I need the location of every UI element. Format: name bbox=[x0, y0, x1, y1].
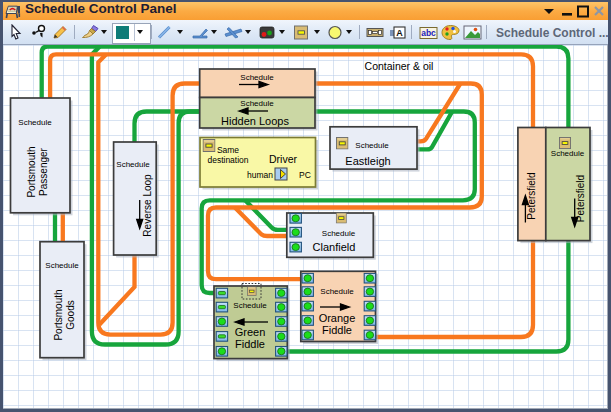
svg-text:Passenger: Passenger bbox=[38, 147, 49, 195]
svg-text:Schedule: Schedule bbox=[116, 160, 150, 169]
svg-text:Orange: Orange bbox=[319, 312, 356, 324]
svg-text:Schedule: Schedule bbox=[322, 229, 356, 238]
svg-text:Eastleigh: Eastleigh bbox=[345, 155, 390, 167]
svg-text:Schedule: Schedule bbox=[320, 287, 354, 296]
svg-text:Fiddle: Fiddle bbox=[235, 338, 265, 350]
svg-text:Portsmouth: Portsmouth bbox=[53, 289, 64, 340]
svg-text:Petersfield: Petersfield bbox=[526, 172, 537, 219]
svg-text:Petersfield: Petersfield bbox=[575, 175, 586, 222]
svg-text:Portsmouth: Portsmouth bbox=[26, 146, 37, 197]
svg-text:Schedule: Schedule bbox=[18, 118, 52, 127]
svg-text:Reverse Loop: Reverse Loop bbox=[142, 174, 153, 237]
svg-text:Schedule: Schedule bbox=[240, 73, 274, 82]
svg-text:Schedule: Schedule bbox=[355, 141, 389, 150]
svg-text:Hidden Loops: Hidden Loops bbox=[221, 115, 289, 127]
svg-text:Clanfield: Clanfield bbox=[313, 241, 356, 253]
svg-text:PC: PC bbox=[299, 170, 311, 180]
svg-text:Container & oil: Container & oil bbox=[365, 60, 434, 72]
svg-text:human: human bbox=[247, 170, 273, 180]
svg-text:Same: Same bbox=[217, 145, 239, 155]
svg-text:Green: Green bbox=[235, 326, 266, 338]
svg-text:Fiddle: Fiddle bbox=[322, 324, 352, 336]
svg-text:destination: destination bbox=[207, 155, 248, 165]
svg-text:Schedule: Schedule bbox=[45, 261, 79, 270]
svg-text:Schedule: Schedule bbox=[233, 301, 267, 310]
svg-text:Schedule: Schedule bbox=[551, 149, 585, 158]
svg-text:Driver: Driver bbox=[269, 153, 298, 165]
svg-text:Goods: Goods bbox=[65, 300, 76, 329]
svg-text:Schedule: Schedule bbox=[240, 99, 274, 108]
